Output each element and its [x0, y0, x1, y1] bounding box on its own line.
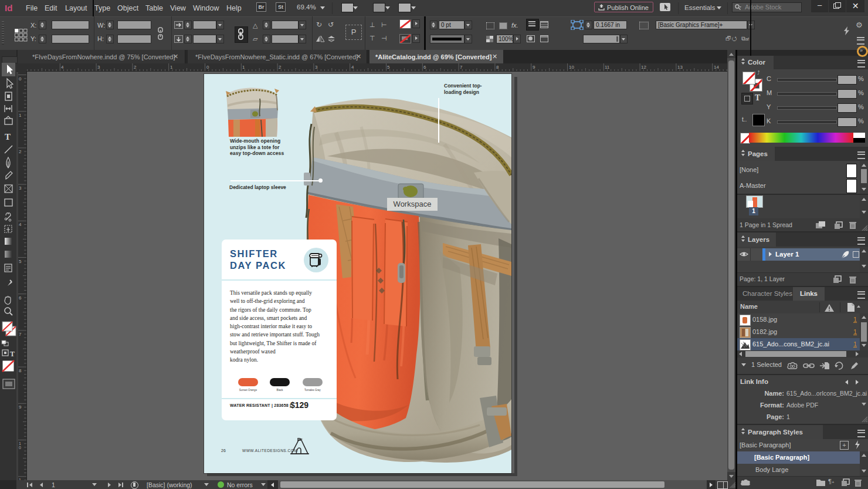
- svg-text:14: 14: [714, 65, 719, 70]
- svg-text:4: 4: [351, 65, 354, 70]
- svg-text:2: 2: [279, 65, 282, 70]
- svg-text:5: 5: [387, 65, 390, 70]
- svg-text:13: 13: [677, 65, 683, 70]
- svg-text:3: 3: [19, 186, 22, 191]
- svg-text:T: T: [10, 350, 15, 358]
- svg-text:6: 6: [423, 65, 426, 70]
- svg-text:2: 2: [19, 149, 22, 154]
- svg-text:7: 7: [19, 332, 22, 337]
- svg-text:1: 1: [170, 65, 173, 70]
- svg-text:1: 1: [19, 441, 21, 446]
- svg-text:0: 0: [19, 446, 21, 450]
- svg-text:3: 3: [97, 65, 100, 70]
- svg-text:T: T: [5, 132, 11, 141]
- svg-text:0: 0: [19, 76, 22, 82]
- svg-text:9: 9: [533, 65, 535, 70]
- svg-text:2: 2: [134, 65, 137, 70]
- svg-text:9: 9: [19, 404, 22, 410]
- svg-text:11: 11: [605, 65, 610, 70]
- svg-text:4: 4: [61, 65, 64, 70]
- svg-text:8: 8: [496, 65, 499, 70]
- svg-text:1: 1: [19, 113, 22, 118]
- svg-text:0: 0: [206, 65, 209, 70]
- svg-text:7: 7: [460, 65, 463, 70]
- svg-text:6: 6: [19, 295, 22, 301]
- svg-text:4: 4: [19, 222, 22, 227]
- svg-text:1: 1: [242, 65, 245, 70]
- svg-text:5: 5: [19, 259, 22, 264]
- svg-text:10: 10: [569, 65, 574, 70]
- svg-text:12: 12: [641, 65, 646, 70]
- svg-text:3: 3: [315, 65, 318, 70]
- svg-text:8: 8: [19, 368, 22, 373]
